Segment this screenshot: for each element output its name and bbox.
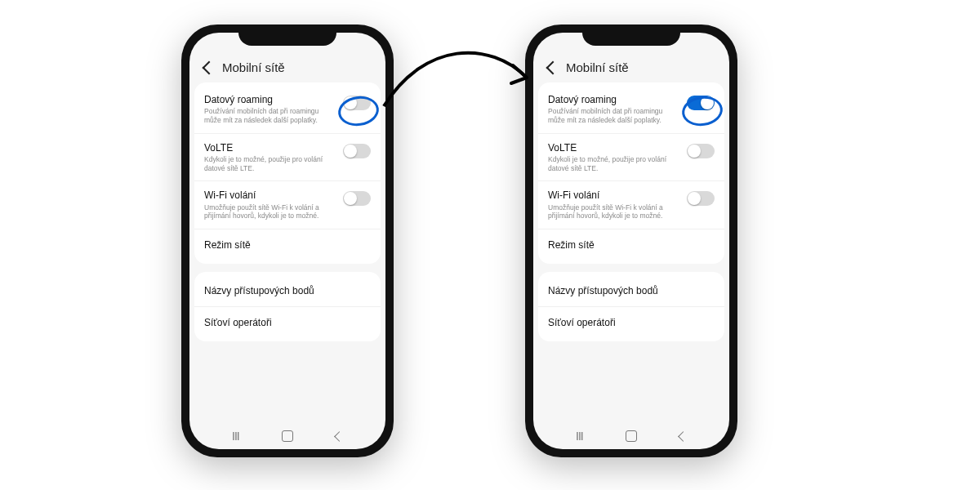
settings-card-2: Názvy přístupových bodů Síťoví operátoři xyxy=(194,272,381,341)
page-title: Mobilní sítě xyxy=(566,60,629,74)
home-button[interactable] xyxy=(282,430,293,442)
notch-icon xyxy=(582,24,680,46)
row-wifi-calling[interactable]: Wi-Fi volání Umožňuje použít sítě Wi-Fi … xyxy=(538,180,724,229)
page-title: Mobilní sítě xyxy=(222,60,285,74)
android-navbar: III xyxy=(189,430,385,443)
row-desc: Kdykoli je to možné, použije pro volání … xyxy=(548,155,680,172)
recents-button[interactable]: III xyxy=(576,430,583,443)
row-data-roaming[interactable]: Datový roaming Používání mobilních dat p… xyxy=(538,86,724,133)
row-desc: Umožňuje použít sítě Wi-Fi k volání a př… xyxy=(548,203,680,220)
android-navbar: III xyxy=(533,430,729,443)
row-network-mode[interactable]: Režim sítě xyxy=(194,229,381,261)
toggle-wifi-calling[interactable] xyxy=(687,191,715,206)
settings-card: Datový roaming Používání mobilních dat p… xyxy=(194,82,381,264)
row-wifi-calling[interactable]: Wi-Fi volání Umožňuje použít sítě Wi-Fi … xyxy=(194,180,381,229)
row-title: VoLTE xyxy=(204,142,336,154)
settings-card: Datový roaming Používání mobilních dat p… xyxy=(538,82,724,264)
phone-before: Mobilní sítě Datový roaming Používání mo… xyxy=(181,24,394,457)
screen-before: Mobilní sítě Datový roaming Používání mo… xyxy=(189,33,385,449)
back-icon[interactable] xyxy=(546,60,560,74)
row-title: VoLTE xyxy=(548,142,680,154)
row-title: Wi-Fi volání xyxy=(204,189,336,201)
recents-button[interactable]: III xyxy=(232,430,239,443)
row-operators[interactable]: Síťoví operátoři xyxy=(538,306,724,338)
transition-arrow-icon xyxy=(376,33,539,131)
row-volte[interactable]: VoLTE Kdykoli je to možné, použije pro v… xyxy=(194,133,381,181)
screen-after: Mobilní sítě Datový roaming Používání mo… xyxy=(533,33,729,449)
row-desc: Umožňuje použít sítě Wi-Fi k volání a př… xyxy=(204,203,336,220)
notch-icon xyxy=(238,24,336,46)
phone-after: Mobilní sítě Datový roaming Používání mo… xyxy=(525,24,737,457)
toggle-volte[interactable] xyxy=(687,144,715,158)
row-apn[interactable]: Názvy přístupových bodů xyxy=(194,275,381,306)
row-network-mode[interactable]: Režim sítě xyxy=(538,229,724,261)
home-button[interactable] xyxy=(626,430,637,442)
back-button[interactable] xyxy=(678,431,688,442)
row-apn[interactable]: Názvy přístupových bodů xyxy=(538,275,724,306)
back-icon[interactable] xyxy=(203,60,216,74)
toggle-volte[interactable] xyxy=(343,144,371,158)
toggle-data-roaming[interactable] xyxy=(343,96,371,110)
row-desc: Kdykoli je to možné, použije pro volání … xyxy=(204,155,336,172)
stage: Mobilní sítě Datový roaming Používání mo… xyxy=(0,0,980,490)
row-desc: Používání mobilních dat při roamingu můž… xyxy=(548,107,680,124)
row-desc: Používání mobilních dat při roamingu můž… xyxy=(204,107,336,124)
toggle-data-roaming[interactable] xyxy=(687,96,715,110)
row-data-roaming[interactable]: Datový roaming Používání mobilních dat p… xyxy=(194,86,381,133)
row-operators[interactable]: Síťoví operátoři xyxy=(194,306,381,338)
row-title: Datový roaming xyxy=(548,94,680,105)
row-volte[interactable]: VoLTE Kdykoli je to možné, použije pro v… xyxy=(538,133,724,181)
toggle-wifi-calling[interactable] xyxy=(343,191,371,206)
row-title: Datový roaming xyxy=(204,94,336,105)
row-title: Wi-Fi volání xyxy=(548,189,680,201)
settings-card-2: Názvy přístupových bodů Síťoví operátoři xyxy=(538,272,724,341)
back-button[interactable] xyxy=(334,431,345,442)
